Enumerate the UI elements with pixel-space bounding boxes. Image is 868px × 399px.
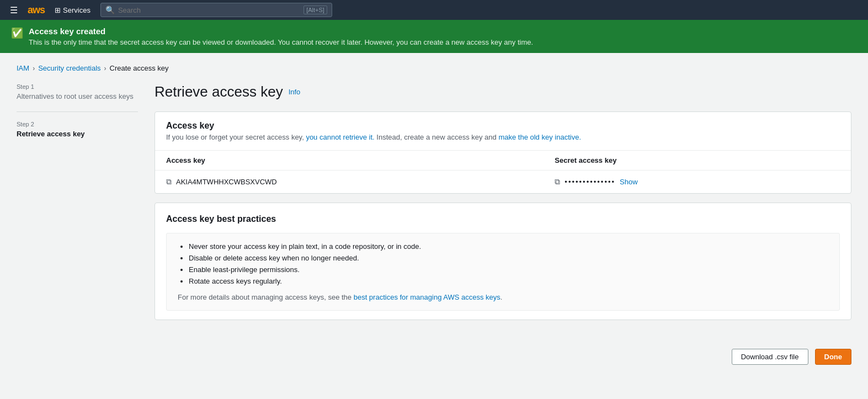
- footer-text: For more details about managing access k…: [178, 293, 352, 301]
- sidebar-step-2: Step 2 Retrieve access key: [17, 121, 138, 138]
- services-button[interactable]: ⊞ Services: [51, 5, 94, 15]
- done-button[interactable]: Done: [815, 349, 852, 365]
- banner-message: This is the only time that the secret ac…: [29, 38, 533, 46]
- top-navigation: ☰ aws ⊞ Services 🔍 [Alt+S]: [0, 0, 868, 20]
- sidebar: Step 1 Alternatives to root user access …: [17, 83, 138, 329]
- best-practices-link[interactable]: best practices for managing AWS access k…: [354, 293, 500, 301]
- access-key-card-title: Access key: [166, 121, 840, 131]
- copy-access-key-icon[interactable]: ⧉: [166, 177, 172, 187]
- table-row: ⧉ AKIA4MTWHHXCWBSXVCWD ⧉ •••••••••••••• …: [155, 171, 851, 194]
- main-content: Retrieve access key Info Access key If y…: [155, 83, 851, 329]
- search-shortcut: [Alt+S]: [303, 6, 327, 14]
- best-practices-footer: For more details about managing access k…: [178, 293, 828, 301]
- step1-title: Alternatives to root user access keys: [17, 92, 138, 100]
- best-practices-card: Access key best practices Never store yo…: [155, 203, 851, 320]
- sidebar-divider: [17, 111, 138, 112]
- retrieve-link[interactable]: you cannot retrieve it.: [306, 133, 374, 141]
- download-csv-button[interactable]: Download .csv file: [732, 349, 808, 365]
- access-key-card-desc: If you lose or forget your secret access…: [166, 133, 840, 141]
- breadcrumb-sep-2: ›: [104, 65, 106, 72]
- success-banner: ✅ Access key created This is the only ti…: [0, 20, 868, 53]
- breadcrumb-sep-1: ›: [33, 65, 35, 72]
- content-layout: Step 1 Alternatives to root user access …: [17, 83, 851, 329]
- sidebar-step-1: Step 1 Alternatives to root user access …: [17, 83, 138, 100]
- step1-label: Step 1: [17, 83, 138, 90]
- services-label: Services: [63, 6, 90, 14]
- access-key-cell: ⧉ AKIA4MTWHHXCWBSXVCWD: [166, 177, 532, 187]
- list-item: Disable or delete access key when no lon…: [189, 254, 828, 262]
- access-key-card-header: Access key If you lose or forget your se…: [155, 112, 851, 151]
- copy-secret-key-icon[interactable]: ⧉: [555, 177, 560, 187]
- best-practices-list: Never store your access key in plain tex…: [178, 242, 828, 285]
- search-input[interactable]: [118, 6, 300, 14]
- col-secret-key: Secret access key: [544, 151, 851, 171]
- step2-title: Retrieve access key: [17, 130, 138, 138]
- breadcrumb-security-credentials[interactable]: Security credentials: [38, 64, 100, 72]
- aws-logo: aws: [28, 4, 45, 16]
- page-title: Retrieve access key: [155, 83, 283, 100]
- page-header: Retrieve access key Info: [155, 83, 851, 100]
- banner-title: Access key created: [29, 26, 533, 36]
- breadcrumb-current: Create access key: [110, 64, 169, 72]
- search-icon: 🔍: [105, 6, 115, 14]
- access-key-card: Access key If you lose or forget your se…: [155, 111, 851, 194]
- page-container: IAM › Security credentials › Create acce…: [0, 53, 868, 340]
- list-item: Never store your access key in plain tex…: [189, 242, 828, 251]
- secret-key-masked: ••••••••••••••: [565, 178, 615, 186]
- list-item: Enable least-privilege permissions.: [189, 265, 828, 274]
- info-link[interactable]: Info: [289, 88, 301, 96]
- best-practices-title: Access key best practices: [166, 214, 840, 224]
- access-key-value: AKIA4MTWHHXCWBSXVCWD: [176, 178, 277, 186]
- list-item: Rotate access keys regularly.: [189, 277, 828, 285]
- step2-label: Step 2: [17, 121, 138, 127]
- col-access-key: Access key: [155, 151, 544, 171]
- inactive-link[interactable]: make the old key inactive.: [498, 133, 581, 141]
- hamburger-menu[interactable]: ☰: [7, 4, 21, 17]
- breadcrumb: IAM › Security credentials › Create acce…: [17, 64, 851, 72]
- access-key-table: Access key Secret access key ⧉ AKIA4MTWH…: [155, 151, 851, 193]
- best-practices-inner: Never store your access key in plain tex…: [166, 233, 840, 311]
- secret-key-cell: ⧉ •••••••••••••• Show: [555, 177, 840, 187]
- breadcrumb-iam[interactable]: IAM: [17, 64, 29, 72]
- search-bar[interactable]: 🔍 [Alt+S]: [100, 3, 332, 17]
- show-secret-key-link[interactable]: Show: [620, 178, 638, 186]
- aws-logo-text: aws: [28, 4, 45, 16]
- action-bar: Download .csv file Done: [0, 340, 868, 374]
- grid-icon: ⊞: [55, 6, 61, 14]
- footer-end: .: [500, 293, 503, 301]
- success-icon: ✅: [11, 27, 23, 39]
